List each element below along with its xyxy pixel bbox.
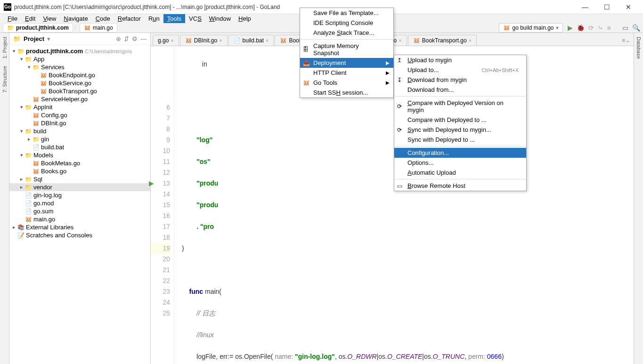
submenu-compare-mygin[interactable]: ⟳Compare with Deployed Version on mygin bbox=[394, 98, 526, 115]
menu-analyze-stack[interactable]: Analyze Stack Trace... bbox=[300, 28, 393, 38]
project-tool-window[interactable]: 📁Project▾ ⊕ ⇵ ⚙ — ▾📁product.jtthink.comC… bbox=[9, 33, 151, 364]
window-title: product.jtthink.com [C:\Users\admin\go\s… bbox=[14, 4, 574, 10]
submenu-download-from[interactable]: Download from... bbox=[394, 85, 526, 95]
breadcrumb-project[interactable]: 📁product.jtthink.com bbox=[3, 23, 73, 32]
editor-tab[interactable]: 🐹DBInit.go× bbox=[180, 35, 228, 46]
deployment-submenu[interactable]: ↥Upload to mygin Upload to...Ctrl+Alt+Sh… bbox=[394, 55, 527, 191]
menu-view[interactable]: View bbox=[39, 14, 60, 23]
stop-button[interactable]: ■ bbox=[607, 24, 611, 32]
run-config-selector[interactable]: 🐹go build main.go ▾ bbox=[499, 23, 562, 32]
breadcrumb-file[interactable]: 🐹main.go bbox=[80, 23, 117, 32]
line-gutter: 6789101112 ▶13 141516171819202122232425 bbox=[151, 46, 174, 364]
tab-database[interactable]: Database bbox=[636, 33, 642, 63]
layout-button[interactable]: ▭ bbox=[622, 24, 628, 32]
left-tool-strip[interactable]: 1: Project 7: Structure 2: Favorites bbox=[0, 33, 9, 364]
menu-help[interactable]: Help bbox=[235, 14, 255, 23]
menu-ide-scripting[interactable]: IDE Scripting Console bbox=[300, 18, 393, 28]
menu-start-ssh[interactable]: Start SSH session... bbox=[300, 88, 393, 97]
minimize-button[interactable]: — bbox=[574, 0, 596, 14]
search-everywhere-button[interactable]: 🔍 bbox=[632, 24, 640, 32]
debug-button[interactable]: 🐞 bbox=[577, 24, 585, 32]
close-button[interactable]: ✕ bbox=[618, 0, 639, 14]
menu-save-template[interactable]: Save File as Template... bbox=[300, 8, 393, 18]
submenu-sync-to[interactable]: Sync with Deployed to ... bbox=[394, 135, 526, 145]
project-view-label: Project bbox=[24, 35, 44, 42]
submenu-upload-to[interactable]: Upload to...Ctrl+Alt+Shift+X bbox=[394, 65, 526, 75]
editor-tab[interactable]: 🐹BookTransport.go× bbox=[408, 35, 477, 46]
submenu-upload-mygin[interactable]: ↥Upload to mygin bbox=[394, 55, 526, 65]
tab-structure[interactable]: 7: Structure bbox=[2, 62, 8, 97]
menu-capture-memory[interactable]: 🗄Capture Memory Snapshot bbox=[300, 41, 393, 58]
submenu-sync-mygin[interactable]: ⟳Sync with Deployed to mygin... bbox=[394, 125, 526, 135]
app-icon: Go bbox=[4, 3, 11, 11]
submenu-auto-upload[interactable]: Automatic Upload bbox=[394, 168, 526, 178]
coverage-button[interactable]: ⟳ bbox=[588, 24, 594, 32]
split-icon[interactable]: ≡⫠ bbox=[619, 35, 634, 46]
submenu-browse-remote[interactable]: ▭Browse Remote Host bbox=[394, 181, 526, 191]
hide-icon[interactable]: — bbox=[140, 35, 147, 42]
menu-run[interactable]: Run bbox=[145, 14, 163, 23]
menu-http-client[interactable]: HTTP Client▶ bbox=[300, 68, 393, 78]
project-tree[interactable]: ▾📁product.jtthink.comC:\Users\admin\go\s… bbox=[9, 45, 150, 364]
submenu-configuration[interactable]: Configuration... bbox=[394, 148, 526, 158]
menu-edit[interactable]: Edit bbox=[21, 14, 39, 23]
settings-icon[interactable]: ⚙ bbox=[132, 35, 138, 42]
menu-navigate[interactable]: Navigate bbox=[60, 14, 91, 23]
submenu-options[interactable]: Options... bbox=[394, 158, 526, 168]
menu-refactor[interactable]: Refactor bbox=[114, 14, 145, 23]
menu-go-tools[interactable]: 🐹Go Tools▶ bbox=[300, 78, 393, 88]
tools-dropdown[interactable]: Save File as Template... IDE Scripting C… bbox=[300, 8, 394, 98]
editor-tab[interactable]: g.go× bbox=[153, 35, 179, 46]
submenu-compare-to[interactable]: Compare with Deployed to ... bbox=[394, 115, 526, 125]
menu-deployment[interactable]: 📤Deployment▶ bbox=[300, 58, 393, 68]
menu-vcs[interactable]: VCS bbox=[185, 14, 205, 23]
tab-project[interactable]: 1: Project bbox=[2, 33, 8, 62]
right-tool-strip[interactable]: Database bbox=[634, 33, 643, 364]
menu-window[interactable]: Window bbox=[205, 14, 235, 23]
collapse-all-icon[interactable]: ⇵ bbox=[124, 35, 129, 42]
run-button[interactable]: ▶ bbox=[568, 24, 573, 32]
submenu-download-mygin[interactable]: ↧Download from mygin bbox=[394, 75, 526, 85]
menu-tools[interactable]: Tools bbox=[163, 14, 185, 23]
menu-file[interactable]: File bbox=[4, 14, 21, 23]
menu-code[interactable]: Code bbox=[92, 14, 114, 23]
scroll-to-source-icon[interactable]: ⊕ bbox=[116, 35, 121, 42]
maximize-button[interactable]: ☐ bbox=[596, 0, 618, 14]
editor-tab[interactable]: 📄build.bat× bbox=[228, 35, 274, 46]
profile-button[interactable]: ⤷ bbox=[598, 24, 603, 32]
